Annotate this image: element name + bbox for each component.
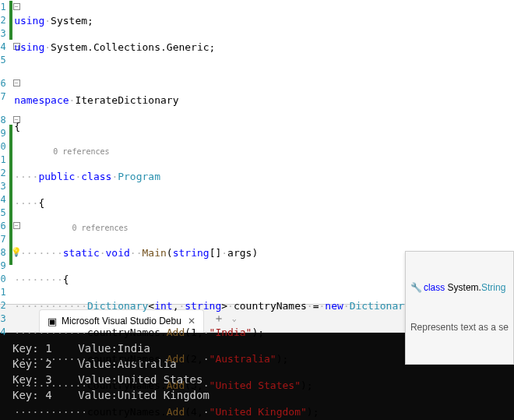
- line-number-gutter: 12345 67 89012345678901234: [0, 0, 9, 304]
- change-marker: [9, 1, 12, 40]
- code-editor[interactable]: 12345 67 89012345678901234 − − − − − 💡 u…: [0, 0, 514, 304]
- references-link[interactable]: 0 references: [72, 224, 128, 232]
- intellisense-tooltip: 🔧class System.String Represents text as …: [405, 251, 514, 365]
- change-marker: [9, 125, 12, 265]
- wrench-icon: 🔧: [410, 282, 422, 293]
- references-link[interactable]: 0 references: [53, 147, 109, 156]
- code-area[interactable]: using·System; using·System.Collections.G…: [14, 0, 514, 304]
